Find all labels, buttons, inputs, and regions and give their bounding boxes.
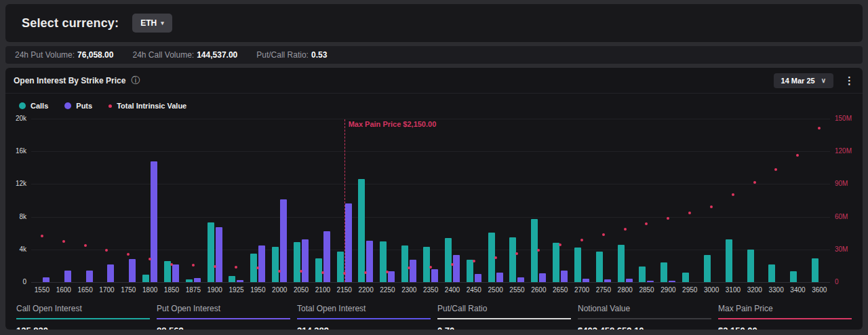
y-axis-right: 150M120M90M60M30M0	[830, 119, 863, 283]
x-tick-2700: 2700	[571, 286, 593, 296]
x-tick-2100: 2100	[312, 286, 334, 296]
footer-stat-call-open-interest: Call Open Interest125,820	[16, 304, 150, 330]
call-bar-3000	[704, 255, 711, 282]
intrinsic-value-dot-2800	[624, 228, 627, 231]
call-bar-2400	[445, 238, 452, 282]
footer-stat-label: Total Open Interest	[297, 304, 431, 319]
x-tick-1925: 1925	[226, 286, 248, 296]
intrinsic-value-dot-2900	[667, 217, 669, 220]
stat-item: 24h Put Volume:76,058.00	[15, 50, 113, 60]
footer-stat-put-call-ratio: Put/Call Ratio0.70	[437, 304, 571, 330]
call-bar-2000	[272, 247, 279, 282]
intrinsic-value-dot-2700	[580, 239, 583, 241]
intrinsic-value-dot-1600	[62, 240, 65, 243]
y-axis-right-tick: 90M	[835, 180, 848, 187]
legend-item-calls[interactable]: Calls	[19, 102, 48, 110]
call-bar-2200	[358, 179, 365, 282]
put-bar-2250	[388, 271, 395, 282]
footer-stat-label: Put/Call Ratio	[437, 304, 571, 319]
call-bar-2650	[553, 243, 559, 282]
legend-item-puts[interactable]: Puts	[64, 102, 92, 110]
footer-stat-notional-value: Notional Value$403,458,659.10	[578, 304, 711, 330]
put-bar-2200	[366, 241, 373, 282]
y-axis-left-tick: 4k	[19, 246, 26, 253]
gridline	[31, 282, 830, 283]
call-bar-2550	[509, 237, 516, 282]
intrinsic-value-dot-2500	[494, 256, 497, 259]
volume-stats-bar: 24h Put Volume:76,058.0024h Call Volume:…	[5, 46, 863, 64]
call-bar-3600	[812, 258, 818, 282]
chevron-down-icon: ▾	[161, 20, 164, 26]
y-axis-left-tick: 12k	[16, 180, 26, 187]
footer-stat-value: 88,569	[157, 326, 290, 330]
call-bar-3400	[790, 271, 797, 282]
footer-stat-total-open-interest: Total Open Interest214,389	[297, 304, 431, 330]
x-tick-3300: 3300	[766, 286, 787, 296]
put-bar-1550	[43, 277, 50, 282]
x-tick-1650: 1650	[75, 286, 96, 296]
expiry-date-selector[interactable]: 14 Mar 25 ∨	[774, 73, 833, 88]
put-bar-2100	[323, 231, 330, 282]
intrinsic-value-dot-3000	[710, 205, 713, 208]
y-axis-left-tick: 0	[22, 279, 26, 285]
currency-header-panel: Select currency: ETH ▾	[5, 4, 863, 42]
info-icon[interactable]: ⓘ	[131, 76, 140, 85]
x-tick-2600: 2600	[528, 286, 549, 296]
call-bar-2450	[467, 260, 473, 282]
put-bar-1900	[216, 227, 222, 282]
intrinsic-value-dot-3300	[774, 168, 777, 171]
footer-stat-value: 125,820	[16, 326, 150, 330]
kebab-menu-icon[interactable]: ⋮	[844, 75, 854, 87]
intrinsic-value-dot-2100	[321, 271, 324, 274]
max-pain-line	[344, 119, 345, 282]
footer-stat-label: Max Pain Price	[718, 304, 852, 319]
chart-title: Open Interest By Strike Price	[14, 76, 125, 85]
legend-dot-icon	[64, 102, 71, 109]
put-bar-1950	[258, 245, 265, 282]
x-tick-2550: 2550	[507, 286, 528, 296]
intrinsic-value-dot-2850	[645, 222, 648, 225]
call-bar-2700	[574, 248, 581, 282]
x-tick-1900: 1900	[204, 286, 226, 296]
x-tick-3000: 3000	[701, 286, 722, 296]
put-bar-1875	[194, 278, 201, 282]
legend-label: Total Intrinsic Value	[117, 102, 186, 110]
intrinsic-value-dot-1700	[105, 249, 108, 252]
put-bar-1750	[129, 259, 136, 282]
footer-stat-label: Put Open Interest	[157, 304, 290, 319]
footer-stat-max-pain-price: Max Pain Price$2,150.00	[718, 304, 852, 330]
gridline	[31, 151, 830, 152]
intrinsic-value-dot-3600	[818, 127, 821, 130]
intrinsic-value-dot-2300	[408, 267, 410, 269]
x-tick-2800: 2800	[614, 286, 636, 296]
x-tick-3100: 3100	[722, 286, 744, 296]
stat-value: 76,058.00	[77, 50, 113, 60]
put-bar-2800	[626, 279, 633, 282]
put-bar-2150	[345, 203, 352, 282]
x-tick-1950: 1950	[247, 286, 269, 296]
currency-dropdown-button[interactable]: ETH ▾	[132, 14, 172, 33]
x-tick-2250: 2250	[377, 286, 399, 296]
x-tick-2500: 2500	[485, 286, 507, 296]
call-bar-2750	[596, 252, 603, 282]
intrinsic-value-dot-3100	[732, 193, 734, 196]
intrinsic-value-dot-3200	[753, 181, 756, 184]
intrinsic-value-dot-2450	[473, 260, 475, 262]
x-tick-2950: 2950	[679, 286, 701, 296]
put-bar-2050	[302, 239, 309, 282]
x-tick-1700: 1700	[96, 286, 118, 296]
call-bar-2250	[380, 241, 387, 282]
x-tick-2450: 2450	[463, 286, 485, 296]
legend-dot-icon	[108, 104, 112, 108]
intrinsic-value-dot-2550	[515, 252, 518, 255]
intrinsic-value-dot-2400	[451, 263, 454, 266]
stat-value: 144,537.00	[197, 50, 237, 60]
x-tick-1800: 1800	[139, 286, 161, 296]
legend-label: Calls	[31, 102, 48, 110]
legend-item-total-intrinsic-value[interactable]: Total Intrinsic Value	[108, 102, 186, 110]
call-bar-2900	[660, 262, 667, 282]
open-interest-panel: Open Interest By Strike Price ⓘ 14 Mar 2…	[5, 68, 863, 330]
call-bar-2150	[337, 252, 344, 282]
intrinsic-value-dot-2150	[343, 272, 346, 275]
put-bar-2500	[496, 273, 503, 282]
